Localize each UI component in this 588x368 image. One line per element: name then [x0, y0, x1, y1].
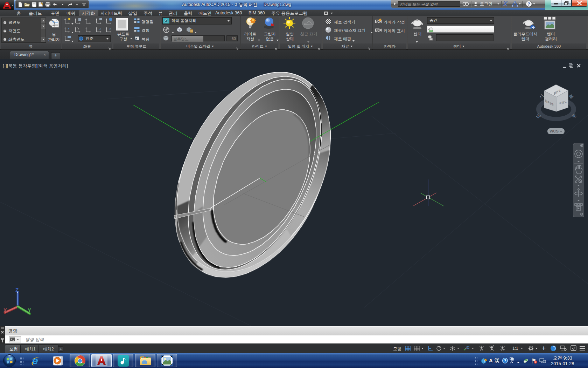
svg-text:서: 서	[538, 93, 545, 100]
svg-text:x: x	[68, 27, 69, 30]
svg-text:북: 북	[568, 94, 574, 100]
svg-text:Z: Z	[15, 287, 19, 293]
svg-text:e: e	[32, 355, 38, 366]
svg-text:Z: Z	[99, 27, 101, 30]
svg-text:3: 3	[109, 27, 111, 30]
svg-text:Y: Y	[28, 307, 31, 313]
svg-text:?: ?	[504, 359, 506, 363]
svg-text:?: ?	[527, 1, 530, 7]
svg-text:X: X	[4, 307, 7, 313]
